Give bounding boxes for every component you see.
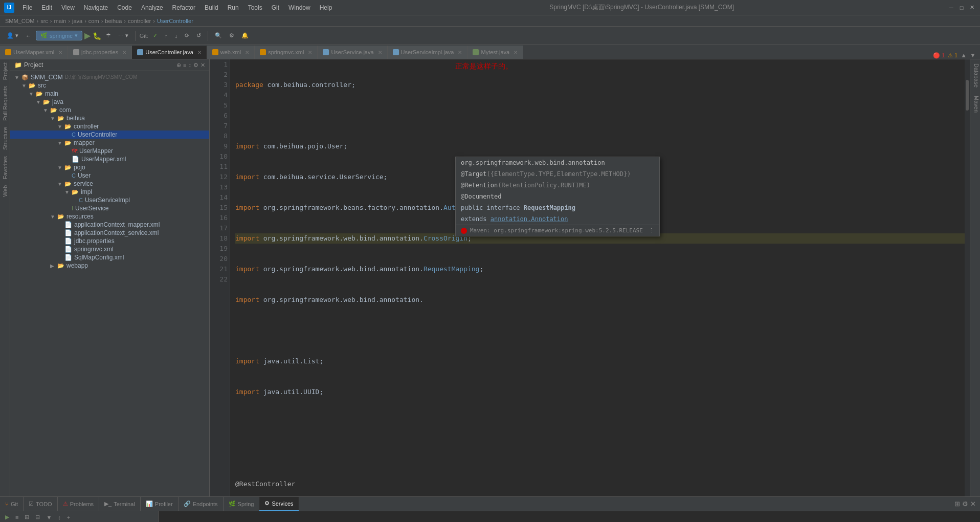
scrollbar-thumb[interactable] — [966, 80, 969, 111]
project-settings-btn[interactable]: ⚙ — [193, 62, 198, 69]
services-sort-btn[interactable]: ↕ — [56, 513, 63, 521]
git-revert-btn[interactable]: ↺ — [194, 31, 204, 40]
tab-mytest-java[interactable]: Mytest.java ✕ — [467, 46, 523, 59]
settings-btn[interactable]: ⚙ — [227, 31, 237, 40]
tree-item-src[interactable]: ▼ 📂 src — [10, 81, 209, 90]
menu-git[interactable]: Git — [268, 3, 283, 13]
bottom-tab-problems[interactable]: ⚠ Problems — [58, 497, 99, 511]
code-content[interactable]: 12345 678910 1112131415 1617181920 2122 … — [210, 59, 970, 496]
settings-panel-btn[interactable]: ⚙ — [962, 500, 968, 508]
panel-tab-database[interactable]: Database — [970, 59, 980, 92]
tab-close-icon[interactable]: ✕ — [122, 50, 126, 55]
tree-item-userservice[interactable]: I UserService — [10, 204, 209, 212]
tab-close-icon[interactable]: ✕ — [197, 50, 202, 55]
menu-view[interactable]: View — [57, 3, 79, 13]
breadcrumb-item[interactable]: src — [40, 18, 48, 24]
panel-tab-web[interactable]: Web — [1, 182, 9, 200]
run-button[interactable]: ▶ — [84, 31, 91, 40]
menu-help[interactable]: Help — [316, 3, 337, 13]
panel-tab-pull-requests[interactable]: Pull Requests — [1, 83, 9, 124]
toolbar-more-btn[interactable]: ⋯ ▾ — [116, 31, 131, 40]
menu-edit[interactable]: Edit — [37, 3, 56, 13]
breadcrumb-item[interactable]: java — [72, 18, 82, 24]
services-group-btn[interactable]: ⊟ — [33, 513, 42, 521]
services-filter-btn[interactable]: ▼ — [44, 513, 54, 521]
menu-window[interactable]: Window — [284, 3, 315, 13]
tree-item-resources[interactable]: ▼ 📂 resources — [10, 212, 209, 221]
tab-usermapper-xml[interactable]: UserMapper.xml ✕ — [0, 46, 68, 59]
tree-item-jdbc-prop[interactable]: 📄 jdbc.properties — [10, 237, 209, 245]
scroll-tabs-down[interactable]: ▼ — [970, 52, 976, 59]
vertical-scrollbar[interactable] — [965, 59, 970, 496]
menu-navigate[interactable]: Navigate — [80, 3, 112, 13]
project-close-btn[interactable]: ✕ — [201, 62, 205, 69]
tree-item-controller[interactable]: ▼ 📂 controller — [10, 122, 209, 130]
tree-item-pojo[interactable]: ▼ 📂 pojo — [10, 163, 209, 171]
tab-close-icon[interactable]: ✕ — [378, 50, 382, 55]
code-editor[interactable]: 正常是这样子的。 12345 678910 1112131415 1617181… — [210, 59, 970, 496]
tab-userserviceimpl-java[interactable]: UserServiceImpl.java ✕ — [388, 46, 468, 59]
tree-item-usercontroller[interactable]: C UserController — [10, 130, 209, 139]
panel-tab-maven[interactable]: Maven — [970, 92, 980, 117]
tab-springmvc-xml[interactable]: springmvc.xml ✕ — [255, 46, 318, 59]
git-pull-btn[interactable]: ↓ — [172, 31, 180, 40]
minimize-button[interactable]: ─ — [947, 4, 955, 12]
breadcrumb-item[interactable]: SMM_COM — [5, 18, 34, 24]
close-panel-btn[interactable]: ✕ — [970, 500, 976, 508]
tab-close-icon[interactable]: ✕ — [308, 50, 312, 55]
menu-refactor[interactable]: Refactor — [168, 3, 199, 13]
tab-close-icon[interactable]: ✕ — [514, 50, 518, 55]
tree-item-appctx-service[interactable]: 📄 applicationContext_service.xml — [10, 229, 209, 237]
breadcrumb-item[interactable]: controller — [128, 18, 151, 24]
tab-close-icon[interactable]: ✕ — [458, 50, 462, 55]
menu-tools[interactable]: Tools — [244, 3, 266, 13]
notifications-btn[interactable]: 🔔 — [239, 31, 251, 40]
tab-usercontroller-java[interactable]: UserController.java ✕ — [132, 46, 207, 59]
tab-userservice-java[interactable]: UserService.java ✕ — [318, 46, 387, 59]
menu-build[interactable]: Build — [201, 3, 222, 13]
menu-file[interactable]: File — [18, 3, 36, 13]
debug-button[interactable]: 🐛 — [93, 32, 101, 40]
tree-item-mapper[interactable]: ▼ 📂 mapper — [10, 139, 209, 147]
menu-code[interactable]: Code — [113, 3, 136, 13]
tree-item-webapp[interactable]: ▶ 📂 webapp — [10, 262, 209, 270]
bottom-tab-spring[interactable]: 🌿 Spring — [224, 497, 260, 511]
breadcrumb-item[interactable]: main — [54, 18, 66, 24]
panel-tab-project[interactable]: Project — [1, 59, 9, 83]
tree-item-java[interactable]: ▼ 📂 java — [10, 98, 209, 106]
git-push-btn[interactable]: ↑ — [162, 31, 170, 40]
tree-item-service[interactable]: ▼ 📂 service — [10, 180, 209, 188]
scroll-tabs-up[interactable]: ▲ — [961, 52, 967, 59]
close-button[interactable]: ✕ — [968, 4, 976, 12]
tree-item-user[interactable]: C User — [10, 171, 209, 180]
breadcrumb-item[interactable]: beihua — [105, 18, 122, 24]
tab-close-icon[interactable]: ✕ — [58, 50, 62, 55]
menu-analyze[interactable]: Analyze — [137, 3, 167, 13]
git-history-btn[interactable]: ⟳ — [182, 31, 192, 40]
panel-tab-favorites[interactable]: Favorites — [1, 153, 9, 182]
tree-item-usermapper-xml[interactable]: 📄 UserMapper.xml — [10, 155, 209, 163]
menu-run[interactable]: Run — [224, 3, 243, 13]
services-collapse-all-btn[interactable]: ≡ — [13, 513, 20, 521]
search-everywhere-btn[interactable]: 🔍 — [212, 31, 225, 40]
toolbar-vcs-btn[interactable]: 👤 ▾ — [4, 31, 21, 40]
expand-panel-btn[interactable]: ⊞ — [954, 500, 960, 508]
services-expand-all-btn[interactable]: ⊞ — [23, 513, 31, 521]
code-area[interactable]: package com.beihua.controller; import co… — [230, 59, 970, 496]
tab-close-icon[interactable]: ✕ — [245, 50, 249, 55]
tree-item-appctx-mapper[interactable]: 📄 applicationContext_mapper.xml — [10, 221, 209, 229]
git-check-btn[interactable]: ✓ — [150, 31, 160, 40]
tree-item-springmvc-xml[interactable]: 📄 springmvc.xml — [10, 245, 209, 253]
bottom-tab-git[interactable]: ⑂ Git — [0, 497, 24, 511]
tree-item-beihua[interactable]: ▼ 📂 beihua — [10, 114, 209, 122]
bottom-tab-endpoints[interactable]: 🔗 Endpoints — [179, 497, 224, 511]
tab-web-xml[interactable]: web.xml ✕ — [207, 46, 255, 59]
tab-jdbc-properties[interactable]: jdbc.properties ✕ — [68, 46, 132, 59]
breadcrumb-item[interactable]: com — [88, 18, 99, 24]
project-layout-btn[interactable]: ≡ — [183, 62, 186, 68]
run-config[interactable]: 🌿 springmc ▾ — [36, 31, 82, 40]
tree-item-sqlmapconfig[interactable]: 📄 SqlMapConfig.xml — [10, 253, 209, 262]
tree-root[interactable]: ▼ 📦 SMM_COM D:\桌面\SpringMVC\SMM_COM — [10, 73, 209, 81]
toolbar-back-btn[interactable]: ← — [23, 31, 34, 40]
tree-item-usermapper[interactable]: 🗺 UserMapper — [10, 147, 209, 155]
